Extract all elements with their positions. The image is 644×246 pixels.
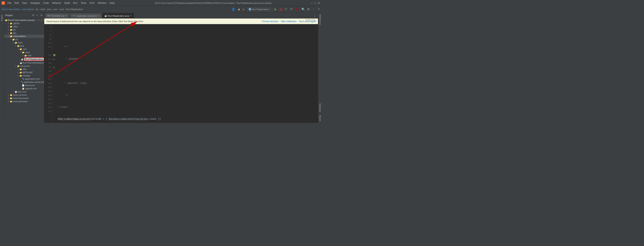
- tree-item-src[interactable]: ▾ 📁 src: [4, 38, 44, 41]
- tree-item-ruoyi[interactable]: ▾ 📁 ruoyi: [4, 51, 44, 54]
- tree-arrow: ▸: [17, 68, 19, 70]
- line-num-23: 23: [44, 97, 51, 101]
- right-tab-database[interactable]: Database: [318, 102, 322, 114]
- menu-help[interactable]: Help: [108, 1, 116, 5]
- tree-item-java[interactable]: ▾ 📁 java: [4, 44, 44, 47]
- line-num-21: 21: [44, 89, 51, 93]
- tab-options-btn[interactable]: ⋮: [312, 13, 317, 18]
- gutter-15[interactable]: ▶: [52, 65, 56, 69]
- tab-application-druid[interactable]: YML application-druid.yml ✕: [70, 13, 102, 18]
- tree-label: ruoyi: [25, 51, 30, 53]
- menu-view[interactable]: View: [20, 1, 28, 5]
- tree-item-ruoyi-admin[interactable]: ▾ 📁 ruoyi-admin: [4, 35, 44, 38]
- project-settings-btn[interactable]: ⚙: [40, 14, 43, 17]
- tree-item-idea[interactable]: ▸ 📁 .idea: [4, 25, 44, 28]
- minimize-button[interactable]: ─: [310, 1, 313, 4]
- tree-item-banner[interactable]: 📄 banner.txt: [4, 84, 44, 87]
- gutter-13[interactable]: ▶: [52, 57, 56, 61]
- menu-run[interactable]: Run: [72, 1, 79, 5]
- tree-item-application-druid[interactable]: 🔧 application-druid.yml: [4, 80, 44, 84]
- toolbar-forward-btn[interactable]: ▶: [242, 7, 246, 12]
- toolbar-back-btn[interactable]: ◀: [236, 7, 241, 12]
- menu-refactor[interactable]: Refactor: [51, 1, 62, 5]
- tree-item-github[interactable]: ▸ 📁 .github: [4, 22, 44, 25]
- breadcrumb-part[interactable]: ruoyi-admin: [22, 8, 34, 10]
- tree-item-ruoyi-common[interactable]: ▸ 📁 ruoyi-common: [4, 93, 44, 97]
- tree-arrow: ▸: [7, 22, 10, 24]
- right-tab-notifications[interactable]: Notifications: [318, 12, 322, 26]
- tree-item-bin[interactable]: ▸ 📁 bin: [4, 28, 44, 31]
- toolbar-user-btn[interactable]: 👤: [231, 7, 236, 12]
- update-btn[interactable]: ↑: [311, 7, 316, 12]
- tab-icon-yml: YML: [72, 15, 76, 17]
- tree-item-ruoyi-generator[interactable]: ▸ 📁 ruoyi-generator: [4, 100, 44, 103]
- line-num-10: 10: [44, 41, 51, 45]
- stop-button[interactable]: ■: [294, 7, 299, 12]
- run-config-selector[interactable]: C RuoYiApplication ▾: [247, 7, 272, 11]
- tree-item-resources[interactable]: ▾ 📁 resources: [4, 64, 44, 68]
- tree-item-com[interactable]: ▾ 📁 com: [4, 47, 44, 51]
- debug-button[interactable]: 🐞: [278, 7, 283, 12]
- tree-label: resources: [20, 65, 30, 67]
- tree-item-meta-inf[interactable]: ▸ 📁 META-INF: [4, 71, 44, 74]
- line-num-8: 8: [44, 33, 51, 37]
- profile-button[interactable]: ⏱: [289, 7, 294, 12]
- tree-item-ruoyi-application[interactable]: ☕ RuoYiApplication: [4, 57, 44, 61]
- tree-item-logback[interactable]: 📋 logback.xml: [4, 87, 44, 90]
- tab-close-ruoyi[interactable]: ✕: [130, 14, 132, 17]
- tree-item-pom[interactable]: 📋 pom.xml: [4, 90, 44, 93]
- tree-item-mybatis[interactable]: ▸ 📁 mybatis: [4, 74, 44, 77]
- menu-build[interactable]: Build: [63, 1, 71, 5]
- code-editor[interactable]: 6 7 8 9 10 11 12 13 14 15 16 17 18 19 20: [44, 24, 318, 123]
- tree-arrow: ▾: [17, 48, 19, 50]
- tree-item-main[interactable]: ▾ 📁 main: [4, 41, 44, 44]
- tree-item-doc[interactable]: ▸ 📁 doc: [4, 31, 44, 35]
- coverage-button[interactable]: 🛡: [284, 7, 288, 12]
- line-num-17: 17: [44, 73, 51, 77]
- gutter: ▶ ▶: [52, 24, 56, 123]
- search-everywhere-btn[interactable]: 🔍: [301, 7, 306, 12]
- tab-ruoyi-application[interactable]: ☕ RuoYiApplication.java ✕: [102, 13, 134, 18]
- maximize-button[interactable]: □: [314, 1, 317, 4]
- title-bar-left: J File Edit View Navigate Code Refactor …: [2, 1, 116, 5]
- tab-readme[interactable]: MD README.md ✕: [45, 13, 69, 18]
- project-scope-btn[interactable]: ⊞: [32, 14, 35, 17]
- gutter-23: [52, 97, 56, 101]
- right-tab-maven[interactable]: Maven: [318, 114, 322, 123]
- menu-file[interactable]: File: [6, 1, 13, 5]
- xml-icon: 📋: [22, 87, 24, 90]
- menu-tools[interactable]: Tools: [79, 1, 88, 5]
- tab-close-druid[interactable]: ✕: [98, 14, 100, 17]
- menu-vcs[interactable]: VCS: [88, 1, 96, 5]
- run-button[interactable]: ▶: [273, 7, 278, 12]
- menu-navigate[interactable]: Navigate: [29, 1, 41, 5]
- code-line-9: *: [56, 69, 318, 73]
- run-config-dropdown[interactable]: ▾: [270, 8, 271, 10]
- run-gutter-icon-15[interactable]: ▶: [54, 66, 55, 69]
- close-button[interactable]: ✕: [318, 1, 320, 4]
- menu-edit[interactable]: Edit: [13, 1, 20, 5]
- tree-item-web[interactable]: ▸ 📁 web: [4, 54, 44, 57]
- tree-item-ruoyi-servlet[interactable]: ☕ RuoYiServletInitializer: [4, 61, 44, 64]
- tree-label: ruoyi-generator: [13, 100, 28, 103]
- menu-window[interactable]: Window: [96, 1, 108, 5]
- settings-btn[interactable]: ⚙: [306, 7, 311, 12]
- project-collapse-btn[interactable]: ≡: [36, 14, 39, 17]
- help-btn[interactable]: ?: [316, 7, 321, 12]
- title-bar: J File Edit View Navigate Code Refactor …: [0, 0, 322, 6]
- tree-item-root[interactable]: ▾ 📁 RuoYi-Vue-master [ruoyi] D:\DingJiax…: [4, 18, 44, 22]
- hide-notification-link[interactable]: Hide notification: [281, 20, 297, 22]
- menu-code[interactable]: Code: [42, 1, 50, 5]
- tree-item-i18n[interactable]: ▸ 📁 i18n: [4, 68, 44, 71]
- tree-item-ruoyi-framework[interactable]: ▸ 📁 ruoyi-framework: [4, 97, 44, 100]
- tree-label: META-INF: [22, 71, 33, 74]
- breadcrumb-part[interactable]: RuoYi-Vue-master: [2, 8, 20, 10]
- code-content[interactable]: /** * 启动程序 * * @author ruoyi */ 2 usages…: [56, 24, 318, 123]
- tree-arrow: ▸: [7, 29, 10, 31]
- choose-direction-link[interactable]: Choose direction: [262, 20, 278, 22]
- sidebar-tab-project[interactable]: Project: [0, 13, 4, 23]
- line-num-15: 15: [44, 65, 51, 69]
- tab-close-readme[interactable]: ✕: [65, 14, 67, 17]
- tree-item-application-yml[interactable]: 🔧 application.yml: [4, 77, 44, 80]
- run-gutter-icon[interactable]: ▶: [54, 58, 55, 60]
